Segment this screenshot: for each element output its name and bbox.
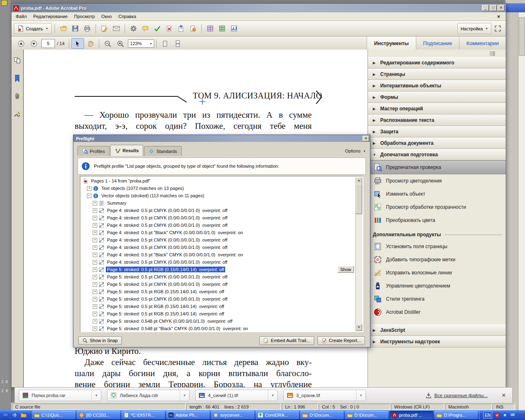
tree-expand-toggle[interactable]: +	[93, 208, 97, 213]
scrollbar[interactable]: ▲ ▼	[355, 177, 362, 331]
tool-item[interactable]: Установить поля страницы	[368, 240, 506, 253]
tree-group[interactable]: +Text objects (1072 matches on 13 pages)	[81, 185, 355, 192]
send-document-button[interactable]	[176, 23, 187, 34]
tree-page-row[interactable]: +Page 4: stroked: 0.5 pt CMYK (0.0/0.0/0…	[81, 221, 355, 229]
download-item[interactable]: 3_оранж.tif▼	[283, 390, 366, 401]
page-number-input[interactable]	[41, 39, 55, 48]
scrollbar-thumb[interactable]	[356, 184, 362, 214]
save-button[interactable]	[70, 23, 81, 34]
preflight-tab-standards[interactable]: Standards	[144, 146, 181, 156]
taskbar-button[interactable]: *C:\DISTR...	[121, 411, 165, 419]
previous-page-button[interactable]	[15, 38, 27, 49]
show-all-downloads-link[interactable]: Все скачанные файлы...	[425, 392, 488, 399]
tree-page-row[interactable]: +Page 4: stroked: 0.5 pt CMYK (0.0/0.0/0…	[81, 258, 355, 266]
tree-expand-toggle[interactable]: +	[93, 275, 97, 279]
tree-expand-toggle[interactable]: +	[93, 326, 97, 331]
hand-tool-button[interactable]	[84, 38, 97, 49]
verify-document-button[interactable]	[187, 23, 199, 34]
tree-page-row[interactable]: +Page 5: stroked: 0.548 pt "Black" CMYK …	[81, 325, 355, 331]
signatures-button[interactable]	[13, 110, 22, 119]
tree-page-row[interactable]: +Page 4: stroked: 0.5 pt CMYK (0.0/0.0/0…	[81, 244, 355, 251]
print-button[interactable]	[82, 23, 93, 34]
menu-item[interactable]: Окно	[98, 13, 115, 20]
chevron-down-icon[interactable]: ▼	[268, 390, 274, 401]
tool-item[interactable]: Преобразовать цвета	[368, 214, 506, 227]
thumbnails-button[interactable]	[13, 56, 22, 65]
close-icon[interactable]: ✕	[363, 136, 369, 142]
tree-page-row[interactable]: +Page 5: stroked: 0.548 pt CMYK (0.0/0.0…	[81, 317, 355, 325]
taskbar-button[interactable]: proba.pdf ...	[390, 411, 433, 419]
sign-document-button[interactable]	[99, 23, 110, 34]
panel-section[interactable]: ▶Мастер операций	[368, 103, 506, 114]
tree-expand-toggle[interactable]: +	[93, 245, 97, 250]
close-button[interactable]: ✕	[498, 5, 504, 11]
panel-section[interactable]: ▶Интерактивные объекты	[368, 80, 506, 91]
taskbar-button[interactable]: [ID CC201...	[77, 411, 120, 419]
tree-expand-toggle[interactable]: +	[93, 267, 97, 272]
tree-page-row[interactable]: +Page 5: stroked: 0.5 pt RGB (0.15/0.14/…	[81, 303, 355, 310]
volume-tray-icon[interactable]	[518, 412, 523, 418]
tree-page-row[interactable]: +Page 5: stroked: 0.5 pt CMYK (0.0/0.0/0…	[81, 281, 355, 288]
taskbar-button[interactable]: svyconver...	[211, 411, 254, 419]
gear-button[interactable]	[128, 23, 139, 34]
tree-page-row[interactable]: +Page 5: stroked: 0.5 pt RGB (0.15/0.14/…	[81, 310, 355, 317]
tree-expand-toggle[interactable]: +	[93, 231, 97, 235]
taskbar-button[interactable]: C:\1\Quic...	[32, 411, 75, 419]
tree-expand-toggle[interactable]: +	[93, 304, 97, 309]
embed-audit-trail-button[interactable]: Embed Audit Trail...	[259, 336, 314, 345]
tree-expand-toggle[interactable]: +	[93, 238, 97, 242]
download-item[interactable]: Лабинск Лада.cdr▼	[107, 390, 189, 401]
reject-cross-button[interactable]	[164, 23, 175, 34]
tool-item[interactable]: Исправить волосяные линии	[368, 266, 506, 279]
zoom-level-select[interactable]: 123%▼	[128, 39, 154, 48]
tree-expand-toggle[interactable]: +	[93, 201, 97, 205]
tree-expand-toggle[interactable]: +	[93, 290, 97, 294]
download-item[interactable]: 4_синий (1).tif▼	[195, 390, 278, 401]
email-button[interactable]	[111, 23, 122, 34]
options-menu-button[interactable]: Options ▼	[345, 148, 366, 156]
menu-item[interactable]: Редактирование	[30, 13, 71, 20]
dialog-titlebar[interactable]: Preflight ✕	[73, 135, 370, 142]
menu-item[interactable]: Файл	[12, 13, 30, 20]
download-item[interactable]: Папка proba.rar▼	[19, 390, 101, 401]
panel-section[interactable]: ▶Формы	[368, 91, 506, 103]
close-icon[interactable]: ✕	[499, 392, 508, 399]
tree-expand-toggle[interactable]: +	[93, 282, 97, 287]
tree-expand-toggle[interactable]: +	[93, 319, 97, 324]
close-document-icon[interactable]: ✕	[495, 14, 503, 19]
tool-item[interactable]: Просмотр обработки прозрачности	[368, 201, 506, 214]
page-view-button[interactable]	[159, 38, 171, 49]
show-in-snap-button[interactable]: Show in Snap	[78, 336, 122, 345]
display-tray-icon[interactable]	[510, 412, 516, 418]
show-button[interactable]: Show	[338, 266, 354, 273]
tree-page-row[interactable]: +Page 5: stroked: 0.5 pt RGB (0.15/0.14/…	[81, 266, 355, 273]
panel-section[interactable]: ▶Редактирование содержимого	[368, 57, 506, 68]
messenger-tray-icon[interactable]	[502, 412, 508, 418]
fullscreen-button[interactable]	[492, 23, 503, 34]
tree-expand-toggle[interactable]: +	[93, 297, 97, 301]
tree-group[interactable]: −Vector objects (stroked) (113 matches o…	[81, 192, 355, 199]
taskbar-button[interactable]: PsAdobe Ph...	[166, 411, 210, 419]
comment-bubble-button[interactable]	[140, 23, 151, 34]
spreadsheet-button[interactable]	[217, 23, 228, 34]
tree-page-row[interactable]: +Page 5: stroked: 0.5 pt RGB (0.15/0.14/…	[81, 288, 355, 295]
zoom-out-button[interactable]	[101, 38, 114, 49]
tree-page-row[interactable]: +Page 5: stroked: 0.5 pt CMYK (0.0/0.0/0…	[81, 273, 355, 281]
preflight-tab-profiles[interactable]: Profiles	[78, 146, 110, 156]
shield-tray-icon[interactable]	[494, 412, 500, 418]
tree-page-row[interactable]: +Page 4: stroked: 0.5 pt CMYK (0.0/0.0/0…	[81, 207, 355, 214]
settings-button[interactable]: Настройка ▼	[457, 23, 491, 34]
tool-item[interactable]: Просмотр цветоделения	[368, 174, 506, 187]
taskbar-button[interactable]: D:\Docum...	[300, 411, 344, 419]
tree-root[interactable]: Pages 1 - 14 from "proba.pdf"	[81, 177, 355, 185]
tree-page-row[interactable]: +Page 4: stroked: 0.5 pt "Black" CMYK (0…	[81, 251, 355, 258]
bookmarks-button[interactable]	[13, 74, 22, 83]
scroll-down-icon[interactable]: ▼	[356, 324, 362, 331]
restore-button[interactable]: □	[490, 5, 497, 11]
tool-item[interactable]: Управление цветоделением	[368, 279, 506, 292]
panel-menu-icon[interactable]	[490, 51, 495, 56]
tool-item[interactable]: Стили треппинга	[368, 292, 506, 306]
panel-section[interactable]: ▶Обработка документа	[368, 137, 506, 149]
panel-section[interactable]: ▶Инструменты надстроек	[368, 336, 506, 347]
tree-expand-toggle[interactable]: +	[93, 253, 97, 257]
